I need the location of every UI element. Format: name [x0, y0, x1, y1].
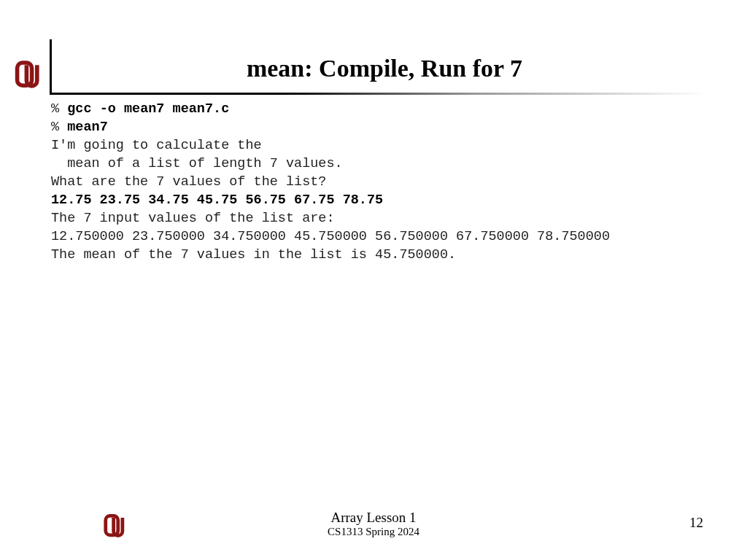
out-line: What are the 7 values of the list? [51, 174, 326, 190]
out-line: 12.750000 23.750000 34.750000 45.750000 … [51, 229, 610, 244]
svg-rect-0 [18, 63, 32, 85]
page-number: 12 [689, 515, 703, 531]
footer-title: Array Lesson 1 [0, 510, 747, 526]
run-command: mean7 [67, 120, 108, 135]
terminal-output: % gcc -o mean7 mean7.c % mean7 I'm going… [51, 101, 718, 265]
footer-center: Array Lesson 1 CS1313 Spring 2024 [0, 510, 747, 538]
footer-subtitle: CS1313 Spring 2024 [0, 526, 747, 538]
footer: Array Lesson 1 CS1313 Spring 2024 12 [0, 502, 747, 538]
prompt: % [51, 101, 67, 117]
slide: mean: Compile, Run for 7 % gcc -o mean7 … [0, 0, 747, 560]
ou-logo-icon [13, 60, 42, 89]
prompt: % [51, 120, 67, 135]
title-horizontal-rule [50, 93, 706, 95]
out-line: mean of a list of length 7 values. [51, 156, 343, 171]
slide-title: mean: Compile, Run for 7 [51, 55, 718, 82]
out-line: The mean of the 7 values in the list is … [51, 247, 456, 262]
user-input: 12.75 23.75 34.75 45.75 56.75 67.75 78.7… [51, 192, 383, 208]
compile-command: gcc -o mean7 mean7.c [67, 101, 229, 117]
out-line: I'm going to calculate the [51, 138, 262, 153]
out-line: The 7 input values of the list are: [51, 211, 335, 226]
